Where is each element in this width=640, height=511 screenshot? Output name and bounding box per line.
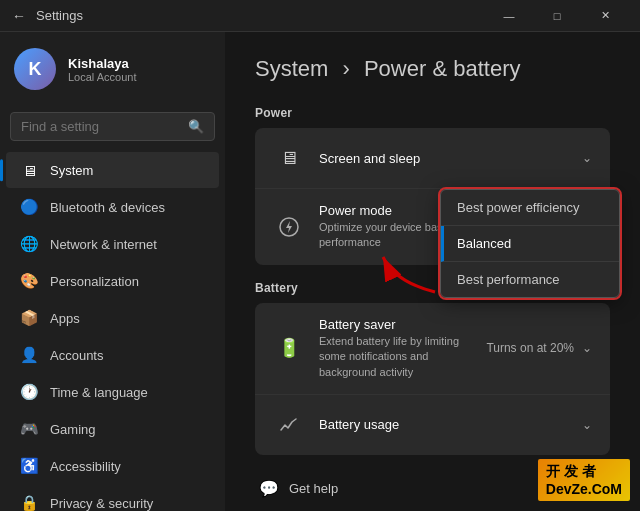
back-button[interactable]: ← <box>12 8 26 24</box>
sidebar-label-network: Network & internet <box>50 237 157 252</box>
sidebar-label-accounts: Accounts <box>50 348 103 363</box>
time-icon: 🕐 <box>20 383 38 401</box>
bluetooth-icon: 🔵 <box>20 198 38 216</box>
network-icon: 🌐 <box>20 235 38 253</box>
battery-saver-title: Battery saver <box>319 317 486 332</box>
avatar: K <box>14 48 56 90</box>
sidebar-label-bluetooth: Bluetooth & devices <box>50 200 165 215</box>
search-input[interactable] <box>21 119 180 134</box>
apps-icon: 📦 <box>20 309 38 327</box>
power-section-label: Power <box>255 106 610 120</box>
app-title: Settings <box>36 8 83 23</box>
power-mode-popup: Best power efficiency Balanced Best perf… <box>440 189 620 298</box>
accounts-icon: 👤 <box>20 346 38 364</box>
power-mode-row[interactable]: Power mode Optimize your device based on… <box>255 189 610 265</box>
breadcrumb-arrow: › <box>342 56 349 81</box>
search-icon: 🔍 <box>188 119 204 134</box>
sidebar-item-accounts[interactable]: 👤 Accounts <box>6 337 219 373</box>
screen-sleep-row[interactable]: 🖥 Screen and sleep ⌄ <box>255 128 610 189</box>
power-option-performance[interactable]: Best performance <box>441 262 619 297</box>
sidebar-label-time: Time & language <box>50 385 148 400</box>
get-help-label: Get help <box>289 481 338 496</box>
battery-saver-chevron: ⌄ <box>582 341 592 355</box>
battery-saver-desc: Extend battery life by limiting some not… <box>319 334 486 380</box>
sidebar-item-apps[interactable]: 📦 Apps <box>6 300 219 336</box>
power-mode-icon <box>273 211 305 243</box>
battery-saver-icon: 🔋 <box>273 332 305 364</box>
close-button[interactable]: ✕ <box>582 0 628 32</box>
sidebar-label-gaming: Gaming <box>50 422 96 437</box>
window-controls: — □ ✕ <box>486 0 628 32</box>
power-card: 🖥 Screen and sleep ⌄ Powe <box>255 128 610 265</box>
battery-usage-row[interactable]: Battery usage ⌄ <box>255 395 610 455</box>
battery-usage-icon <box>273 409 305 441</box>
sidebar-item-gaming[interactable]: 🎮 Gaming <box>6 411 219 447</box>
battery-saver-status: Turns on at 20% <box>486 341 574 355</box>
title-bar: ← Settings — □ ✕ <box>0 0 640 32</box>
sidebar-label-accessibility: Accessibility <box>50 459 121 474</box>
breadcrumb-parent: System <box>255 56 328 81</box>
user-name: Kishalaya <box>68 56 137 71</box>
search-box[interactable]: 🔍 <box>10 112 215 141</box>
chevron-icon: ⌄ <box>582 151 592 165</box>
sidebar-item-bluetooth[interactable]: 🔵 Bluetooth & devices <box>6 189 219 225</box>
nav-list: 🖥 System 🔵 Bluetooth & devices 🌐 Network… <box>0 151 225 511</box>
screen-sleep-title: Screen and sleep <box>319 151 582 166</box>
maximize-button[interactable]: □ <box>534 0 580 32</box>
system-icon: 🖥 <box>20 161 38 179</box>
power-option-balanced[interactable]: Balanced <box>441 226 619 262</box>
sidebar-item-system[interactable]: 🖥 System <box>6 152 219 188</box>
sidebar-label-apps: Apps <box>50 311 80 326</box>
sidebar-label-privacy: Privacy & security <box>50 496 153 511</box>
watermark: 开 发 者DevZe.CoM <box>538 459 630 501</box>
battery-usage-chevron: ⌄ <box>582 418 592 432</box>
privacy-icon: 🔒 <box>20 494 38 511</box>
user-profile[interactable]: K Kishalaya Local Account <box>0 32 225 106</box>
screen-sleep-icon: 🖥 <box>273 142 305 174</box>
battery-usage-title: Battery usage <box>319 417 582 432</box>
battery-saver-row[interactable]: 🔋 Battery saver Extend battery life by l… <box>255 303 610 395</box>
sidebar-item-privacy[interactable]: 🔒 Privacy & security <box>6 485 219 511</box>
main-content: System › Power & battery Power 🖥 Screen … <box>225 32 640 511</box>
gaming-icon: 🎮 <box>20 420 38 438</box>
sidebar-label-system: System <box>50 163 93 178</box>
power-option-efficiency[interactable]: Best power efficiency <box>441 190 619 226</box>
sidebar-item-time[interactable]: 🕐 Time & language <box>6 374 219 410</box>
current-page-title: Power & battery <box>364 56 521 81</box>
page-title: System › Power & battery <box>255 56 610 82</box>
personalization-icon: 🎨 <box>20 272 38 290</box>
sidebar: K Kishalaya Local Account 🔍 🖥 System 🔵 B… <box>0 32 225 511</box>
accessibility-icon: ♿ <box>20 457 38 475</box>
minimize-button[interactable]: — <box>486 0 532 32</box>
sidebar-item-accessibility[interactable]: ♿ Accessibility <box>6 448 219 484</box>
sidebar-item-personalization[interactable]: 🎨 Personalization <box>6 263 219 299</box>
get-help-icon: 💬 <box>259 479 279 498</box>
battery-card: 🔋 Battery saver Extend battery life by l… <box>255 303 610 455</box>
app-body: K Kishalaya Local Account 🔍 🖥 System 🔵 B… <box>0 32 640 511</box>
sidebar-label-personalization: Personalization <box>50 274 139 289</box>
user-type: Local Account <box>68 71 137 83</box>
sidebar-item-network[interactable]: 🌐 Network & internet <box>6 226 219 262</box>
